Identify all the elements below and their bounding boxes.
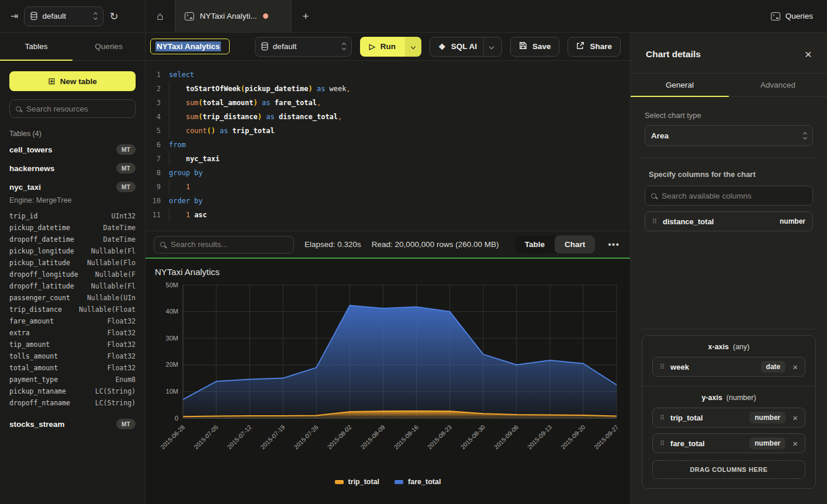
table-view-button[interactable]: Table	[515, 235, 555, 253]
column-name: trip_distance	[9, 304, 62, 315]
drag-handle-icon[interactable]: ⠿	[652, 218, 657, 225]
results-search-input[interactable]	[171, 240, 288, 249]
code-text: group by	[167, 166, 203, 180]
search-icon	[651, 193, 656, 199]
column-item-distance_total[interactable]: ⠿distance_totalnumber	[645, 211, 813, 231]
column-row[interactable]: fare_amountFloat32	[9, 315, 136, 327]
new-tab-button[interactable]: +	[292, 0, 320, 32]
legend-item-fare_total[interactable]: fare_total	[395, 478, 441, 486]
column-row[interactable]: total_amountFloat32	[9, 362, 136, 374]
svg-text:2015-09-27: 2015-09-27	[593, 423, 620, 451]
run-database-selector[interactable]: default	[255, 37, 352, 57]
sql-ai-label: SQL AI	[451, 42, 477, 51]
column-row[interactable]: dropoff_ntanameLC(String)	[9, 397, 136, 409]
code-line[interactable]: 9 1	[146, 180, 630, 194]
run-options-button[interactable]	[405, 37, 421, 57]
collapse-sidebar-icon[interactable]: ⇥	[11, 11, 18, 22]
share-button[interactable]: Share	[568, 37, 621, 57]
chart-title: NYTaxi Analytics	[155, 267, 621, 277]
column-row[interactable]: trip_distanceNullable(Float	[9, 304, 136, 315]
column-item-fare_total[interactable]: ⠿fare_totalnumber×	[652, 433, 805, 453]
chart-type-selector[interactable]: Area	[645, 125, 813, 146]
remove-column-icon[interactable]: ×	[793, 439, 798, 449]
save-button[interactable]: Save	[510, 37, 560, 57]
column-row[interactable]: pickup_latitudeNullable(Flo	[9, 257, 136, 269]
column-row[interactable]: pickup_ntanameLC(String)	[9, 385, 136, 397]
home-button[interactable]: ⌂	[146, 0, 175, 32]
column-row[interactable]: pickup_longitudeNullable(Fl	[9, 245, 136, 257]
column-row[interactable]: dropoff_latitudeNullable(Fl	[9, 280, 136, 292]
drag-handle-icon[interactable]: ⠿	[660, 414, 665, 422]
column-name: dropoff_ntaname	[9, 397, 70, 409]
tab-general[interactable]: General	[631, 74, 729, 96]
column-name: tip_amount	[9, 339, 50, 350]
legend-swatch	[395, 480, 403, 484]
table-grid-icon: ⊞	[48, 76, 56, 86]
code-text: toStartOfWeek(pickup_datetime) as week,	[167, 82, 351, 96]
sql-editor[interactable]: 1select2 toStartOfWeek(pickup_datetime) …	[146, 61, 630, 231]
code-line[interactable]: 4 sum(trip_distance) as distance_total,	[146, 110, 630, 124]
code-line[interactable]: 5 count() as trip_total	[146, 124, 630, 138]
drag-handle-icon[interactable]: ⠿	[660, 440, 665, 447]
column-row[interactable]: payment_typeEnum8	[9, 374, 136, 385]
more-options-icon[interactable]: •••	[605, 239, 622, 250]
code-line[interactable]: 1select	[146, 68, 630, 82]
code-line[interactable]: 11 1 asc	[146, 208, 630, 222]
engine-badge: MT	[116, 144, 136, 155]
column-type-badge: number	[749, 437, 786, 449]
queries-icon	[771, 12, 780, 20]
column-row[interactable]: passenger_countNullable(UIn	[9, 292, 136, 304]
run-button[interactable]: ▷ Run	[360, 37, 405, 57]
code-line[interactable]: 6from	[146, 138, 630, 152]
drop-zone[interactable]: DRAG COLUMNS HERE	[652, 460, 805, 479]
chart-view-button[interactable]: Chart	[555, 235, 595, 253]
new-table-button[interactable]: ⊞ New table	[9, 71, 136, 91]
queries-button[interactable]: Queries	[771, 12, 813, 20]
refresh-icon[interactable]: ↻	[109, 10, 118, 23]
table-row-hackernews[interactable]: hackernews MT	[0, 159, 145, 178]
legend-item-trip_total[interactable]: trip_total	[335, 478, 379, 486]
remove-column-icon[interactable]: ×	[793, 413, 798, 423]
code-line[interactable]: 10order by	[146, 194, 630, 208]
code-line[interactable]: 7 nyc_taxi	[146, 152, 630, 166]
column-row[interactable]: trip_idUInt32	[9, 210, 136, 222]
column-row[interactable]: extraFloat32	[9, 327, 136, 339]
sql-ai-button[interactable]: ❖ SQL AI	[430, 37, 502, 57]
tab-nytaxi-analytics[interactable]: NYTaxi Analyti...	[175, 0, 292, 32]
column-item-week[interactable]: ⠿weekdate×	[652, 357, 805, 377]
column-row[interactable]: tip_amountFloat32	[9, 339, 136, 350]
tab-advanced[interactable]: Advanced	[729, 74, 827, 96]
legend-label: fare_total	[408, 478, 441, 486]
column-row[interactable]: tolls_amountFloat32	[9, 350, 136, 362]
sidebar-search-input[interactable]	[26, 105, 129, 113]
column-row[interactable]: dropoff_longitudeNullable(F	[9, 269, 136, 280]
column-name: trip_id	[9, 210, 37, 222]
column-type: Float32	[108, 327, 136, 339]
sidebar-tab-queries[interactable]: Queries	[72, 33, 145, 60]
column-item-name: distance_total	[663, 217, 714, 226]
table-row-stocks-stream[interactable]: stocks_stream MT	[0, 415, 145, 433]
column-type: Nullable(Flo	[87, 257, 136, 269]
table-row-cell-towers[interactable]: cell_towers MT	[0, 140, 145, 159]
code-line[interactable]: 2 toStartOfWeek(pickup_datetime) as week…	[146, 82, 630, 96]
line-number: 2	[146, 82, 167, 96]
table-row-nyc-taxi[interactable]: nyc_taxi MT	[0, 178, 145, 196]
line-number: 1	[146, 68, 167, 82]
code-line[interactable]: 8group by	[146, 166, 630, 180]
column-type: Float32	[108, 350, 136, 362]
sql-ai-options-button[interactable]	[483, 37, 493, 56]
columns-search-input[interactable]	[662, 192, 807, 200]
panel-body: Select chart type Area Specify columns f…	[631, 97, 827, 504]
column-row[interactable]: pickup_datetimeDateTime	[9, 222, 136, 234]
column-type: Float32	[108, 315, 136, 327]
close-icon[interactable]: ×	[805, 48, 812, 60]
code-lines: 1select2 toStartOfWeek(pickup_datetime) …	[146, 68, 630, 222]
query-title-input[interactable]: NYTaxi Analytics	[150, 39, 230, 54]
drag-handle-icon[interactable]: ⠿	[660, 363, 665, 371]
remove-column-icon[interactable]: ×	[793, 362, 798, 372]
code-line[interactable]: 3 sum(total_amount) as fare_total,	[146, 96, 630, 110]
column-item-trip_total[interactable]: ⠿trip_totalnumber×	[652, 408, 805, 427]
database-selector[interactable]: default	[24, 6, 103, 26]
column-row[interactable]: dropoff_datetimeDateTime	[9, 234, 136, 245]
sidebar-tab-tables[interactable]: Tables	[0, 33, 72, 60]
